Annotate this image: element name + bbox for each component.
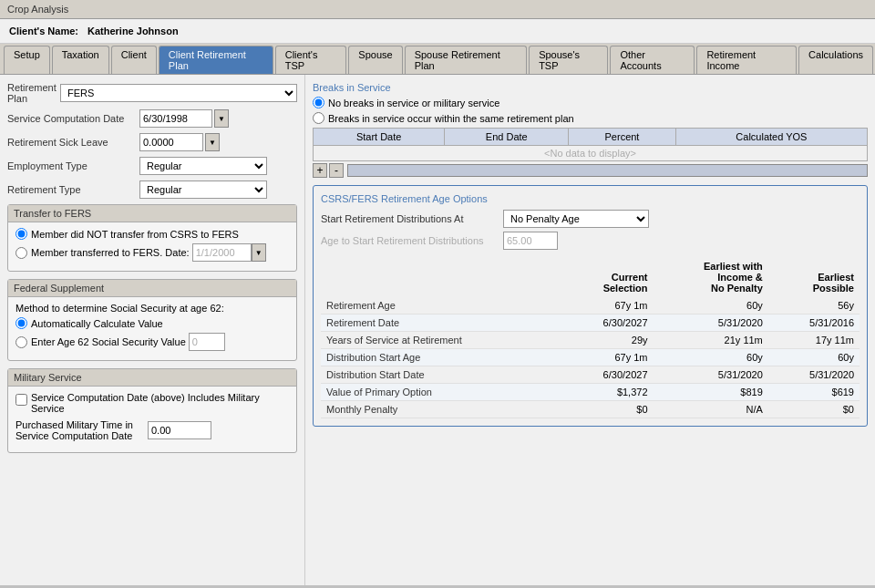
tab-spouses-tsp[interactable]: Spouse's TSP	[529, 46, 608, 74]
right-panel: Breaks in Service No breaks in service o…	[305, 75, 875, 585]
service-computation-date-label: Service Computation Date	[7, 113, 139, 124]
employment-type-select[interactable]: Regular	[139, 157, 267, 175]
federal-supplement-title: Federal Supplement	[8, 280, 296, 297]
dist-row-label: Distribution Start Age	[321, 349, 561, 366]
retirement-options-title: CSRS/FERS Retirement Age Options	[321, 193, 860, 204]
age-to-start-input[interactable]	[503, 232, 558, 250]
age-to-start-row: Age to Start Retirement Distributions	[321, 232, 860, 250]
employment-type-field: Regular	[139, 157, 297, 175]
retirement-type-row: Retirement Type Regular	[7, 181, 297, 199]
breaks-option2-radio[interactable]	[313, 112, 324, 124]
tab-retirement-income[interactable]: Retirement Income	[696, 46, 797, 74]
military-service-title: Military Service	[8, 369, 296, 387]
federal-option1-radio[interactable]	[15, 317, 27, 329]
breaks-option1-row: No breaks in service or military service	[313, 97, 868, 108]
start-dist-select[interactable]: No Penalty Age	[503, 210, 649, 228]
breaks-no-data-row: <No data to display>	[314, 146, 868, 161]
breaks-option1-radio[interactable]	[313, 97, 324, 108]
retirement-type-label: Retirement Type	[7, 184, 139, 195]
service-computation-date-dropdown[interactable]: ▼	[214, 109, 229, 128]
dist-row-earliest-income: 5/31/2020	[654, 315, 768, 332]
federal-option2-label: Enter Age 62 Social Security Value	[31, 336, 186, 347]
age-to-start-field	[503, 232, 860, 250]
tab-spouse-retirement-plan[interactable]: Spouse Retirement Plan	[405, 46, 528, 74]
dist-row-earliest: 56y	[768, 297, 860, 315]
service-computation-date-input[interactable]	[139, 109, 212, 128]
dist-row-earliest: $619	[768, 384, 860, 401]
transfer-option1-radio[interactable]	[15, 228, 27, 240]
retirement-plan-select[interactable]: FERS	[60, 84, 297, 102]
breaks-col-end-date: End Date	[445, 129, 569, 146]
tab-calculations[interactable]: Calculations	[798, 46, 873, 74]
dist-row: Distribution Start Date 6/30/2027 5/31/2…	[321, 366, 860, 384]
breaks-option2-label: Breaks in service occur within the same …	[328, 113, 574, 124]
federal-supplement-desc: Method to determine Social Security at a…	[15, 303, 289, 314]
dist-row-current: $1,372	[561, 384, 653, 401]
breaks-col-start-date: Start Date	[314, 129, 445, 146]
dist-row-earliest: 17y 11m	[768, 332, 860, 349]
breaks-remove-btn[interactable]: -	[329, 163, 344, 178]
dist-col-earliest-income: Earliest withIncome &No Penalty	[654, 257, 768, 297]
transfer-date-dropdown[interactable]: ▼	[252, 243, 266, 262]
federal-option2-radio[interactable]	[15, 336, 27, 348]
client-name-bar: Client's Name: Katherine Johnson	[0, 19, 875, 44]
breaks-option2-row: Breaks in service occur within the same …	[313, 112, 868, 124]
retirement-sick-leave-input[interactable]	[139, 133, 203, 151]
transfer-option2-radio[interactable]	[15, 247, 27, 259]
federal-option1-row: Automatically Calculate Value	[15, 317, 289, 329]
federal-input[interactable]	[189, 333, 225, 351]
dist-row: Distribution Start Age 67y 1m 60y 60y	[321, 349, 860, 366]
military-checkbox-label: Service Computation Date (above) Include…	[31, 392, 289, 414]
federal-supplement-content: Method to determine Social Security at a…	[8, 297, 296, 360]
tab-taxation[interactable]: Taxation	[52, 46, 109, 74]
tab-client[interactable]: Client	[111, 46, 157, 74]
distribution-table: CurrentSelection Earliest withIncome &No…	[321, 257, 860, 418]
breaks-scrollbar[interactable]	[347, 164, 868, 177]
purchased-military-input[interactable]	[148, 421, 211, 439]
breaks-add-btn[interactable]: +	[313, 163, 327, 178]
military-checkbox[interactable]	[15, 394, 27, 406]
retirement-sick-leave-row: Retirement Sick Leave ▼	[7, 133, 297, 151]
tab-setup[interactable]: Setup	[4, 46, 50, 74]
military-checkbox-row: Service Computation Date (above) Include…	[15, 392, 289, 414]
tab-other-accounts[interactable]: Other Accounts	[610, 46, 695, 74]
breaks-title: Breaks in Service	[313, 82, 868, 93]
retirement-sick-leave-dropdown[interactable]: ▼	[205, 133, 220, 151]
employment-type-row: Employment Type Regular	[7, 157, 297, 175]
service-computation-date-row: Service Computation Date ▼	[7, 109, 297, 128]
main-content: Retirement Plan FERS Service Computation…	[0, 75, 875, 585]
transfer-option1-row: Member did NOT transfer from CSRS to FER…	[15, 228, 289, 240]
dist-row: Retirement Age 67y 1m 60y 56y	[321, 297, 860, 315]
federal-supplement-section: Federal Supplement Method to determine S…	[7, 279, 297, 361]
breaks-section: Breaks in Service No breaks in service o…	[313, 82, 868, 178]
dist-row-earliest: 60y	[768, 349, 860, 366]
tab-clients-tsp[interactable]: Client's TSP	[275, 46, 347, 74]
retirement-type-field: Regular	[139, 181, 297, 199]
age-to-start-label: Age to Start Retirement Distributions	[321, 235, 503, 246]
breaks-table-header-row: Start Date End Date Percent Calculated Y…	[314, 129, 868, 146]
retirement-sick-leave-field: ▼	[139, 133, 297, 151]
dist-row: Monthly Penalty $0 N/A $0	[321, 401, 860, 418]
title-bar: Crop Analysis	[0, 0, 875, 19]
breaks-col-percent: Percent	[569, 129, 676, 146]
breaks-col-calculated-yos: Calculated YOS	[675, 129, 867, 146]
dist-row-current: 6/30/2027	[561, 315, 653, 332]
tab-client-retirement-plan[interactable]: Client Retirement Plan	[159, 46, 273, 74]
employment-type-label: Employment Type	[7, 160, 139, 171]
retirement-type-select[interactable]: Regular	[139, 181, 267, 199]
dist-row-label: Distribution Start Date	[321, 366, 561, 384]
dist-row: Value of Primary Option $1,372 $819 $619	[321, 384, 860, 401]
dist-row-label: Retirement Date	[321, 315, 561, 332]
tab-bar: SetupTaxationClientClient Retirement Pla…	[0, 44, 875, 75]
dist-col-current: CurrentSelection	[561, 257, 653, 297]
dist-row-earliest-income: $819	[654, 384, 768, 401]
breaks-no-data: <No data to display>	[314, 146, 868, 161]
tab-spouse[interactable]: Spouse	[348, 46, 402, 74]
breaks-option1-label: No breaks in service or military service	[328, 98, 499, 108]
dist-col-empty	[321, 257, 561, 297]
dist-row-label: Monthly Penalty	[321, 401, 561, 418]
transfer-section: Transfer to FERS Member did NOT transfer…	[7, 204, 297, 272]
dist-row: Years of Service at Retirement 29y 21y 1…	[321, 332, 860, 349]
dist-row-earliest-income: 60y	[654, 349, 768, 366]
transfer-date-input[interactable]	[192, 243, 252, 262]
